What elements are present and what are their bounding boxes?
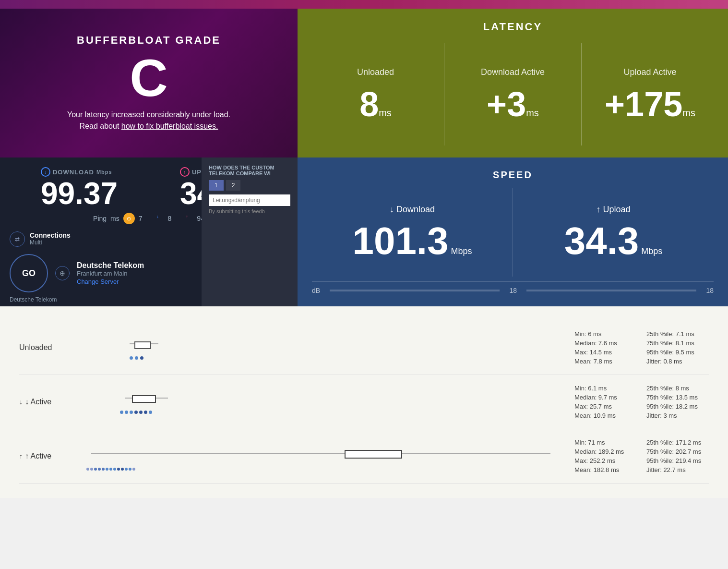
latency-download-value: +3ms	[487, 87, 539, 121]
dot	[139, 411, 143, 414]
dot	[130, 411, 133, 414]
ping-up-icon: ↑	[186, 214, 194, 223]
dot	[102, 468, 105, 471]
download-value: 99.37	[41, 177, 118, 210]
connections-info: Connections Multi	[30, 231, 71, 246]
ping-value: 7	[139, 215, 143, 222]
download-active-label: ↓ ↓ Active	[19, 398, 67, 406]
dot	[109, 468, 112, 471]
bufferbloat-grade: C	[130, 51, 167, 104]
ping-label: Ping	[93, 215, 107, 222]
unloaded-label: Unloaded	[19, 343, 67, 352]
unloaded-stats-left: Min: 6 ms Median: 7.6 ms Max: 14.5 ms Me…	[574, 330, 637, 365]
bufferbloat-title: BUFFERBLOAT GRADE	[77, 34, 221, 47]
overlay-title: HOW DOES THE CUSTOM TELEKOM COMPARE WI	[209, 165, 290, 176]
up-arrow-icon: ↑	[19, 452, 23, 460]
tab-2-button[interactable]: 2	[226, 180, 241, 191]
ping-unit: ms	[110, 215, 119, 222]
bufferbloat-desc-text: Your latency increased considerably unde…	[67, 110, 230, 119]
dot	[90, 468, 93, 471]
ping-icon: ⊙	[123, 213, 135, 224]
dot	[125, 468, 128, 471]
leitungsdaempfung-input[interactable]	[209, 194, 290, 206]
unloaded-min: Min: 6 ms	[574, 330, 637, 338]
speed-result-columns: ↓ Download 101.3Mbps ↑ Upload 34.3Mbps	[312, 188, 714, 277]
ul-p95: 95th %ile: 219.4 ms	[646, 457, 709, 464]
unloaded-median: Median: 7.6 ms	[574, 339, 637, 347]
ul-max: Max: 252.2 ms	[574, 457, 637, 464]
unloaded-stats-right: 25th %ile: 7.1 ms 75th %ile: 8.1 ms 95th…	[646, 330, 709, 365]
upload-boxplot	[82, 439, 560, 473]
top-gradient-bar	[0, 0, 728, 9]
ul-min: Min: 71 ms	[574, 439, 637, 446]
tab-1-button[interactable]: 1	[209, 180, 224, 191]
ul-p75: 75th %ile: 202.7 ms	[646, 448, 709, 455]
down-arrow-icon: ↓	[19, 398, 23, 406]
download-active-latency-row: ↓ ↓ Active Min: 6.1 ms Median: 9.7 ms Ma…	[19, 375, 709, 429]
latency-unloaded-value: 8ms	[359, 87, 392, 121]
speed-upload-col: ↑ Upload 34.3Mbps	[513, 188, 714, 277]
download-box	[132, 395, 156, 403]
dot	[121, 468, 124, 471]
download-boxplot	[82, 387, 560, 416]
upload-active-label: ↑ ↑ Active	[19, 452, 67, 460]
dot	[117, 468, 120, 471]
upload-box	[345, 450, 402, 459]
dot	[130, 356, 133, 360]
change-server-link[interactable]: Change Server	[77, 278, 119, 285]
go-button[interactable]: GO	[10, 254, 48, 292]
unloaded-jitter: Jitter: 0.8 ms	[646, 358, 709, 365]
dl-max: Max: 25.7 ms	[574, 403, 637, 410]
dl-min: Min: 6.1 ms	[574, 385, 637, 392]
connections-icon: ⇄	[10, 231, 25, 247]
db-bar-line-2	[526, 290, 696, 291]
dot	[135, 356, 138, 360]
latency-unloaded-label: Unloaded	[357, 67, 394, 77]
download-active-stats: Min: 6.1 ms Median: 9.7 ms Max: 25.7 ms …	[574, 385, 709, 419]
unloaded-stats: Min: 6 ms Median: 7.6 ms Max: 14.5 ms Me…	[574, 330, 709, 365]
speed-download-label: ↓ Download	[390, 205, 435, 215]
dl-p95: 95th %ile: 18.2 ms	[646, 403, 709, 410]
dot	[129, 468, 131, 471]
upload-dots	[86, 468, 555, 471]
dl-median: Median: 9.7 ms	[574, 394, 637, 401]
dot	[94, 468, 97, 471]
speed-upload-value: 34.3Mbps	[564, 222, 663, 260]
ul-stats-left: Min: 71 ms Median: 189.2 ms Max: 252.2 m…	[574, 439, 637, 473]
upload-whisker	[91, 453, 550, 454]
download-label: ↓ DOWNLOAD Mbps	[41, 167, 118, 177]
ul-p25: 25th %ile: 171.2 ms	[646, 439, 709, 446]
ul-jitter: Jitter: 22.7 ms	[646, 466, 709, 473]
unloaded-max: Max: 14.5 ms	[574, 349, 637, 356]
server-icon: ⊕	[55, 266, 70, 280]
upload-active-stats: Min: 71 ms Median: 189.2 ms Max: 252.2 m…	[574, 439, 709, 473]
speed-results-title: SPEED	[312, 169, 714, 181]
db-bar-line	[330, 290, 500, 291]
latency-title: LATENCY	[483, 21, 542, 33]
ping-area: Ping ms ⊙ 7	[93, 213, 143, 224]
dot	[144, 411, 147, 414]
latency-columns: Unloaded 8ms Download Active +3ms Upload…	[307, 43, 718, 145]
dot	[140, 356, 143, 360]
top-section: BUFFERBLOAT GRADE C Your latency increas…	[0, 9, 728, 157]
dot	[125, 411, 128, 414]
unloaded-p95: 95th %ile: 9.5 ms	[646, 349, 709, 356]
latency-details-section: Unloaded Min: 6 ms Median: 7.6 ms Max: 1…	[0, 306, 728, 498]
bufferbloat-link[interactable]: how to fix bufferbloat issues.	[121, 122, 218, 130]
speedtest-panel: ↓ DOWNLOAD Mbps 99.37 ↑ UPLOAD Mbps 34.4…	[0, 157, 298, 306]
dl-stats-right: 25th %ile: 8 ms 75th %ile: 13.5 ms 95th …	[646, 385, 709, 419]
feedback-text: By submitting this feedb	[209, 208, 290, 214]
db-label: dB	[312, 287, 320, 294]
unloaded-p75: 75th %ile: 8.1 ms	[646, 339, 709, 347]
dot	[106, 468, 108, 471]
download-metric: ↓ DOWNLOAD Mbps 99.37	[41, 167, 118, 210]
latency-panel: LATENCY Unloaded 8ms Download Active +3m…	[298, 9, 728, 157]
dots-row	[130, 356, 143, 360]
upload-active-latency-row: ↑ ↑ Active	[19, 429, 709, 484]
ping-down-icon: ↓	[157, 214, 166, 223]
ping-down-area: ↓ 8	[157, 214, 172, 223]
db-bar: dB 18 18	[312, 281, 714, 294]
latency-upload-col: Upload Active +175ms	[581, 43, 718, 145]
download-dots	[120, 411, 152, 414]
speed-upload-label: ↑ Upload	[596, 205, 630, 215]
